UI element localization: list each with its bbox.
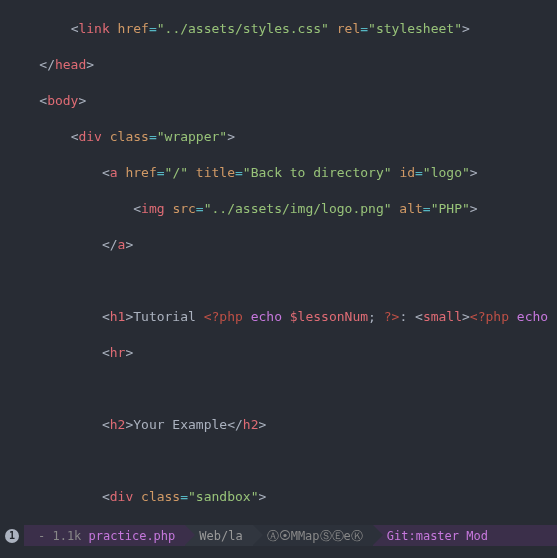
file-size: - 1.1k xyxy=(38,527,81,545)
status-git-segment[interactable]: Git:master Mod xyxy=(373,525,557,546)
code-line: <link href="../assets/styles.css" rel="s… xyxy=(0,20,557,38)
status-bar: 1 - 1.1k practice.php Web/la Ⓐ⦿MMapⓈⒺeⓀ … xyxy=(0,525,557,546)
code-line xyxy=(0,380,557,398)
code-line: <h1>Tutorial <?php echo $lessonNum; ?>: … xyxy=(0,308,557,326)
code-line: <div class="sandbox"> xyxy=(0,488,557,506)
mode-text: Ⓐ⦿MMapⓈⒺeⓀ xyxy=(267,527,363,545)
code-line: <hr> xyxy=(0,344,557,362)
bottom-gutter xyxy=(0,546,557,558)
code-line xyxy=(0,272,557,290)
code-line xyxy=(0,452,557,470)
status-badge[interactable]: 1 xyxy=(0,525,24,546)
code-line: <a href="/" title="Back to directory" id… xyxy=(0,164,557,182)
file-name: practice.php xyxy=(89,527,176,545)
git-text: Git:master Mod xyxy=(387,527,488,545)
path-text: Web/la xyxy=(199,527,242,545)
code-line: <img src="../assets/img/logo.png" alt="P… xyxy=(0,200,557,218)
code-line: </a> xyxy=(0,236,557,254)
badge-count: 1 xyxy=(5,529,19,543)
code-line: </head> xyxy=(0,56,557,74)
status-file-segment[interactable]: - 1.1k practice.php xyxy=(24,525,185,546)
status-path-segment[interactable]: Web/la xyxy=(185,525,252,546)
code-line: <div class="wrapper"> xyxy=(0,128,557,146)
code-line: <body> xyxy=(0,92,557,110)
code-line: <h2>Your Example</h2> xyxy=(0,416,557,434)
code-editor[interactable]: <link href="../assets/styles.css" rel="s… xyxy=(0,0,557,558)
status-mode-segment[interactable]: Ⓐ⦿MMapⓈⒺeⓀ xyxy=(253,525,373,546)
